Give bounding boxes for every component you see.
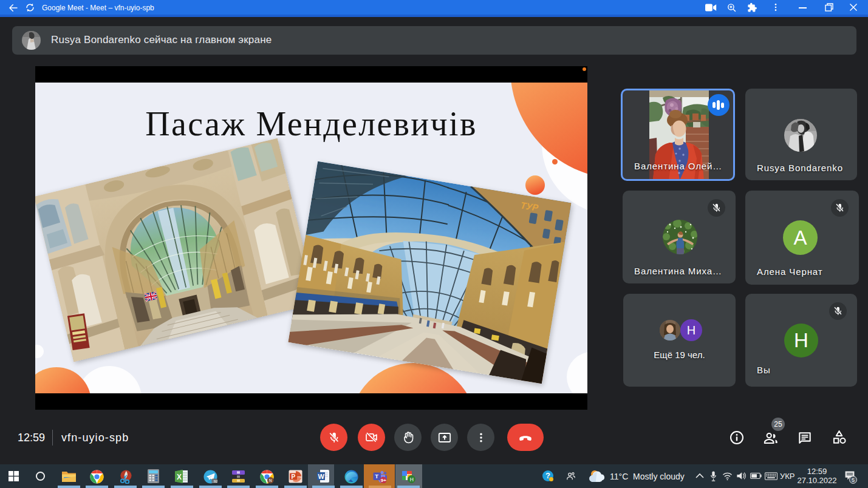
svg-text:T: T	[375, 473, 378, 480]
svg-text:9+: 9+	[381, 478, 386, 483]
svg-text:W: W	[318, 473, 325, 480]
svg-text:.92: .92	[213, 479, 217, 483]
svg-text:P: P	[292, 473, 296, 480]
svg-text:N: N	[269, 478, 272, 483]
svg-text:H: H	[410, 476, 414, 483]
svg-text:X: X	[177, 473, 182, 481]
